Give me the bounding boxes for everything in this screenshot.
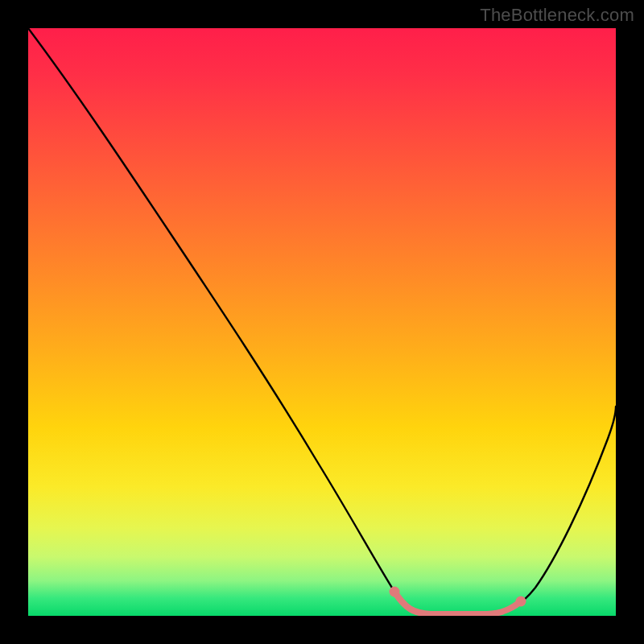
highlight-segment <box>394 592 521 614</box>
curve-path <box>28 28 616 614</box>
attribution-text: TheBottleneck.com <box>480 5 634 26</box>
plot-area <box>28 28 616 616</box>
bottleneck-curve <box>28 28 616 616</box>
highlight-dot-left <box>390 587 400 597</box>
highlight-dot-right <box>516 597 526 607</box>
chart-frame: TheBottleneck.com <box>0 0 644 644</box>
